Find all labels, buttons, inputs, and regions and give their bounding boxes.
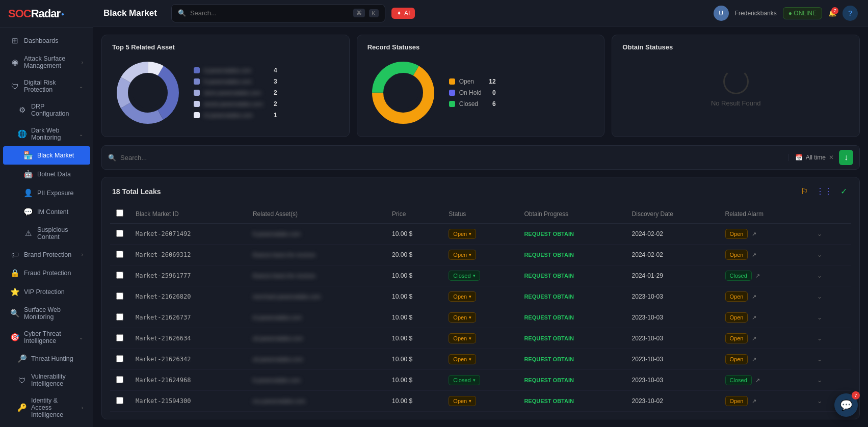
cell-obtain[interactable]: REQUEST OBTAIN xyxy=(518,328,625,349)
row-checkbox[interactable] xyxy=(116,292,123,300)
confirm-action-button[interactable]: ✓ xyxy=(838,184,849,198)
cell-status[interactable]: Open ▾ xyxy=(442,391,518,412)
alarm-badge[interactable]: Open xyxy=(725,312,748,323)
cell-status[interactable]: Open ▾ xyxy=(442,349,518,370)
chat-bubble[interactable]: 💬 7 xyxy=(834,393,858,417)
row-checkbox[interactable] xyxy=(116,230,123,237)
cell-obtain[interactable]: REQUEST OBTAIN xyxy=(518,224,625,245)
sidebar-item-fraud-protection[interactable]: 🔒 Fraud Protection xyxy=(3,264,90,282)
cell-expand[interactable]: ⌄ xyxy=(807,286,851,307)
cell-obtain[interactable]: REQUEST OBTAIN xyxy=(518,391,625,412)
global-search[interactable]: 🔍 ⌘ K xyxy=(171,4,385,22)
cell-obtain[interactable]: REQUEST OBTAIN xyxy=(518,265,625,286)
cell-expand[interactable]: ⌄ xyxy=(807,307,851,328)
cell-checkbox[interactable] xyxy=(110,370,129,391)
cell-alarm[interactable]: Open ↗ xyxy=(719,307,807,328)
cell-status[interactable]: Open ▾ xyxy=(442,328,518,349)
external-link-icon[interactable]: ↗ xyxy=(752,231,756,237)
cell-status[interactable]: Open ▾ xyxy=(442,224,518,245)
cell-checkbox[interactable] xyxy=(110,245,129,265)
sidebar-item-digital-risk[interactable]: 🛡 Digital Risk Protection ⌄ xyxy=(3,74,90,98)
row-checkbox[interactable] xyxy=(116,397,123,404)
cell-alarm[interactable]: Open ↗ xyxy=(719,328,807,349)
alarm-badge[interactable]: Open xyxy=(725,333,748,343)
sidebar-item-vuln-intel[interactable]: 🛡 Vulnerability Intelligence xyxy=(3,368,90,392)
external-link-icon[interactable]: ↗ xyxy=(752,356,756,362)
cell-obtain[interactable]: REQUEST OBTAIN xyxy=(518,245,625,265)
sidebar-item-suspicious[interactable]: ⚠ Suspicious Content xyxy=(3,222,90,245)
row-checkbox[interactable] xyxy=(116,376,123,383)
cell-obtain[interactable]: REQUEST OBTAIN xyxy=(518,349,625,370)
cell-status[interactable]: Open ▾ xyxy=(442,245,518,265)
sidebar-item-identity-access[interactable]: 🔑 Identity & Access Intelligence › xyxy=(3,392,90,423)
filter-search[interactable]: 🔍 xyxy=(108,154,783,162)
sidebar-item-attack-surface[interactable]: ◉ Attack Surface Management › xyxy=(3,50,90,74)
cell-alarm[interactable]: Open ↗ xyxy=(719,286,807,307)
external-link-icon[interactable]: ↗ xyxy=(752,398,756,404)
sidebar-item-brand-protection[interactable]: 🏷 Brand Protection › xyxy=(3,246,90,263)
search-input[interactable] xyxy=(190,9,349,17)
notification-button[interactable]: 🔔 7 xyxy=(828,9,836,17)
cell-status[interactable]: Closed ▾ xyxy=(442,370,518,391)
status-badge[interactable]: Open ▾ xyxy=(449,333,476,343)
expand-row-button[interactable]: ⌄ xyxy=(813,333,826,344)
cell-alarm[interactable]: Open ↗ xyxy=(719,224,807,245)
export-button[interactable]: ↓ xyxy=(839,150,853,165)
expand-row-button[interactable]: ⌄ xyxy=(813,270,826,281)
expand-row-button[interactable]: ⌄ xyxy=(813,354,826,365)
cell-expand[interactable]: ⌄ xyxy=(807,245,851,265)
obtain-link[interactable]: REQUEST OBTAIN xyxy=(524,335,574,341)
status-badge[interactable]: Open ▾ xyxy=(449,291,476,302)
filter-action-button[interactable]: ⚐ xyxy=(799,184,810,198)
cell-alarm[interactable]: Open ↗ xyxy=(719,391,807,412)
status-badge[interactable]: Open ▾ xyxy=(449,396,476,406)
obtain-link[interactable]: REQUEST OBTAIN xyxy=(524,273,574,279)
status-badge[interactable]: Open ▾ xyxy=(449,250,476,260)
obtain-link[interactable]: REQUEST OBTAIN xyxy=(524,314,574,321)
sidebar-item-vip-protection[interactable]: ⭐ VIP Protection xyxy=(3,283,90,301)
expand-row-button[interactable]: ⌄ xyxy=(813,312,826,323)
expand-row-button[interactable]: ⌄ xyxy=(813,375,826,386)
alarm-badge[interactable]: Open xyxy=(725,250,748,260)
alarm-badge[interactable]: Closed xyxy=(725,271,752,281)
sidebar-item-cyber-threat[interactable]: 🎯 Cyber Threat Intelligence ⌄ xyxy=(3,326,90,349)
table-search-input[interactable] xyxy=(120,154,783,162)
sidebar-item-surface-web[interactable]: 🔍 Surface Web Monitoring xyxy=(3,302,90,325)
cell-expand[interactable]: ⌄ xyxy=(807,349,851,370)
cell-checkbox[interactable] xyxy=(110,265,129,286)
sidebar-item-botnet-data[interactable]: 🤖 Botnet Data xyxy=(3,165,90,183)
cell-alarm[interactable]: Open ↗ xyxy=(719,245,807,265)
expand-row-button[interactable]: ⌄ xyxy=(813,228,826,239)
user-name[interactable]: Frederickbanks xyxy=(735,10,777,17)
sidebar-item-drp-config[interactable]: ⚙ DRP Configuration xyxy=(3,98,90,122)
obtain-link[interactable]: REQUEST OBTAIN xyxy=(524,356,574,362)
cell-checkbox[interactable] xyxy=(110,224,129,245)
cell-checkbox[interactable] xyxy=(110,286,129,307)
status-badge[interactable]: Closed ▾ xyxy=(449,271,480,281)
cell-obtain[interactable]: REQUEST OBTAIN xyxy=(518,286,625,307)
columns-action-button[interactable]: ⋮⋮ xyxy=(814,184,834,198)
alarm-badge[interactable]: Open xyxy=(725,396,748,406)
sidebar-item-threat-hunting[interactable]: 🔎 Threat Hunting xyxy=(3,350,90,368)
obtain-link[interactable]: REQUEST OBTAIN xyxy=(524,231,574,237)
status-badge[interactable]: Closed ▾ xyxy=(449,375,480,385)
external-link-icon[interactable]: ↗ xyxy=(755,273,760,279)
expand-row-button[interactable]: ⌄ xyxy=(813,249,826,260)
alarm-badge[interactable]: Open xyxy=(725,229,748,239)
obtain-link[interactable]: REQUEST OBTAIN xyxy=(524,293,574,300)
cell-status[interactable]: Open ▾ xyxy=(442,286,518,307)
row-checkbox[interactable] xyxy=(116,251,123,258)
sidebar-item-dark-web[interactable]: 🌐 Dark Web Monitoring ⌄ xyxy=(3,122,90,146)
cell-alarm[interactable]: Closed ↗ xyxy=(719,265,807,286)
sidebar-item-black-market[interactable]: 🏪 Black Market xyxy=(3,146,90,165)
expand-row-button[interactable]: ⌄ xyxy=(813,395,826,407)
cell-status[interactable]: Closed ▾ xyxy=(442,265,518,286)
external-link-icon[interactable]: ↗ xyxy=(752,314,756,321)
cell-expand[interactable]: ⌄ xyxy=(807,370,851,391)
help-button[interactable]: ? xyxy=(843,6,858,21)
external-link-icon[interactable]: ↗ xyxy=(755,377,760,383)
cell-alarm[interactable]: Closed ↗ xyxy=(719,370,807,391)
sidebar-item-im-content[interactable]: 💬 IM Content xyxy=(3,203,90,221)
obtain-link[interactable]: REQUEST OBTAIN xyxy=(524,398,574,404)
expand-row-button[interactable]: ⌄ xyxy=(813,291,826,302)
